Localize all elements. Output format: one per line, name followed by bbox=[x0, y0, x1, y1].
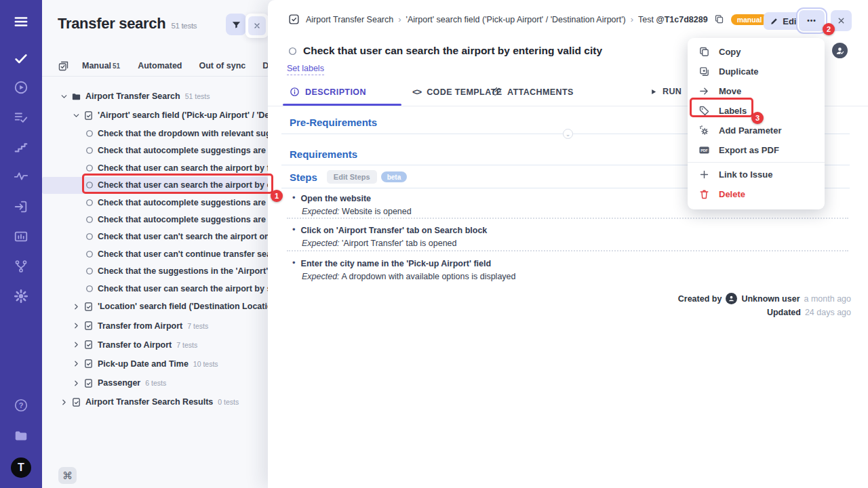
pdf-icon: PDF bbox=[698, 144, 710, 156]
copy-id-icon[interactable] bbox=[714, 14, 724, 24]
tree-item-label: Transfer to Airport bbox=[98, 340, 172, 350]
chevron-down-icon bbox=[60, 92, 68, 101]
copy-icon bbox=[698, 46, 710, 58]
tree-close-card bbox=[245, 14, 268, 38]
sidebar-item-steps[interactable] bbox=[0, 135, 42, 159]
sidebar-item-reports[interactable] bbox=[0, 224, 42, 249]
duplicate-icon bbox=[698, 66, 710, 77]
tree-test-item[interactable]: Check that the dropdown with relevant su… bbox=[42, 125, 268, 142]
tab-description[interactable]: DESCRIPTION bbox=[290, 87, 366, 97]
tree-test-item[interactable]: Check that user can search the airport b… bbox=[42, 159, 268, 176]
tree-test-item[interactable]: Check that autocomplete suggestings are … bbox=[42, 142, 268, 159]
tree-item-label: Check that the suggestions in the 'Airpo… bbox=[98, 266, 268, 276]
menu-item-copy[interactable]: Copy bbox=[688, 42, 825, 62]
edit-steps-button[interactable]: Edit Steps bbox=[327, 170, 377, 184]
doc-icon bbox=[83, 321, 94, 331]
menu-item-duplicate[interactable]: Duplicate bbox=[688, 62, 825, 81]
beta-badge: beta bbox=[381, 171, 408, 182]
tree-suite-item[interactable]: Transfer to Airport7 tests bbox=[42, 336, 268, 354]
tree-item-label: Check that user can search the airport b… bbox=[98, 284, 268, 293]
menu-item-label: Copy bbox=[719, 47, 741, 57]
tree-item-label: Passenger bbox=[98, 378, 140, 388]
tree-test-item[interactable]: Check that autocomplete suggestions are … bbox=[42, 211, 268, 228]
sidebar-item-settings[interactable] bbox=[0, 284, 42, 308]
project-test-count: 51 tests bbox=[171, 22, 197, 30]
plus-icon bbox=[698, 169, 710, 180]
tree-item-label: 'Location' search field ('Destination Lo… bbox=[98, 302, 268, 311]
pencil-icon bbox=[770, 17, 778, 26]
sidebar-item-play[interactable] bbox=[0, 75, 42, 100]
tree-tab-deleted[interactable]: Deleted bbox=[262, 61, 268, 70]
menu-item-delete[interactable]: Delete bbox=[688, 184, 825, 204]
ellipsis-icon: ••• bbox=[807, 17, 816, 24]
tab-run[interactable]: RUN bbox=[650, 87, 682, 96]
tree-suite-item[interactable]: Passenger6 tests bbox=[42, 373, 268, 392]
tree-item-label: Airport Transfer Search bbox=[85, 92, 180, 101]
tree-tab-automated[interactable]: Automated bbox=[138, 61, 182, 70]
tree-item-count: 10 tests bbox=[193, 360, 218, 368]
sidebar-item-projects[interactable] bbox=[0, 424, 42, 448]
sidebar-item-sign-in[interactable] bbox=[0, 195, 42, 219]
tree-test-item[interactable]: Check that user can search the airport b… bbox=[42, 280, 268, 297]
menu-item-add-parameter[interactable]: Add Parameter bbox=[688, 121, 825, 140]
tree-tab-out-of-sync[interactable]: Out of sync bbox=[199, 61, 245, 70]
command-shortcut-button[interactable]: ⌘ bbox=[58, 467, 77, 484]
milestones-icon bbox=[14, 259, 28, 274]
menu-item-link-to-issue[interactable]: Link to Issue bbox=[688, 165, 825, 184]
menu-item-label: Add Parameter bbox=[719, 125, 781, 136]
breadcrumb-separator: › bbox=[398, 14, 401, 24]
tree-suite-item[interactable]: 'Airport' search field ('Pick-up Airport… bbox=[42, 106, 268, 125]
collapse-toggle[interactable]: ⌄ bbox=[563, 129, 573, 139]
tree-test-item[interactable]: Check that user can't continue transfer … bbox=[42, 245, 268, 262]
logo-icon: T bbox=[11, 458, 31, 478]
menu-item-move[interactable]: Move bbox=[688, 81, 825, 101]
sidebar-item-activity[interactable] bbox=[0, 164, 42, 188]
assignee-avatar[interactable] bbox=[832, 43, 848, 58]
tree-item-label: Transfer from Airport bbox=[98, 321, 182, 331]
breadcrumb-suite[interactable]: Airport Transfer Search bbox=[306, 15, 393, 24]
doc-icon bbox=[83, 359, 94, 369]
sidebar-item-check[interactable] bbox=[0, 46, 42, 70]
created-ago: a month ago bbox=[804, 294, 852, 304]
sidebar-item-milestones[interactable] bbox=[0, 254, 42, 279]
activity-icon bbox=[14, 169, 28, 184]
sidebar-item-help[interactable]: ? bbox=[0, 393, 42, 418]
breadcrumb-separator: › bbox=[631, 14, 633, 24]
doc-icon bbox=[83, 302, 94, 312]
set-labels-link[interactable]: Set labels bbox=[287, 64, 324, 75]
breadcrumb-subsuite[interactable]: 'Airport' search field ('Pick-up Airport… bbox=[406, 15, 626, 24]
select-all-icon[interactable] bbox=[58, 60, 69, 72]
test-case-tree: Airport Transfer Search51 tests'Airport'… bbox=[42, 87, 268, 411]
tab-attachments[interactable]: ATTACHMENTS bbox=[492, 87, 574, 97]
app-logo[interactable]: T bbox=[0, 455, 42, 480]
tree-test-item[interactable]: Check that the suggestions in the 'Airpo… bbox=[42, 263, 268, 280]
tab-code-template[interactable]: <>CODE TEMPLATE bbox=[412, 87, 502, 97]
detail-close-button[interactable] bbox=[831, 10, 852, 31]
menu-item-labels[interactable]: Labels bbox=[688, 101, 825, 121]
tree-test-item[interactable]: Check that user can search the airport b… bbox=[42, 177, 268, 194]
chevron-right-icon bbox=[72, 302, 81, 311]
step-item: • Click on 'Airport Transfer' tab on Sea… bbox=[292, 226, 835, 248]
tree-suite-item[interactable]: Airport Transfer Search51 tests bbox=[42, 87, 268, 106]
test-circle-icon bbox=[85, 181, 94, 189]
menu-item-export-as-pdf[interactable]: PDFExport as PDF bbox=[688, 140, 825, 160]
filter-button[interactable] bbox=[226, 14, 246, 35]
tabs-divider bbox=[42, 76, 268, 77]
more-actions-button[interactable]: ••• bbox=[799, 10, 825, 31]
tree-test-item[interactable]: Check that autocomplete suggestions are … bbox=[42, 194, 268, 211]
user-avatar-icon bbox=[726, 293, 737, 304]
test-circle-icon bbox=[85, 164, 94, 172]
step-bullet-icon: • bbox=[292, 192, 296, 203]
tree-test-item[interactable]: Check that user can't search the airport… bbox=[42, 228, 268, 245]
sidebar-item-test-runs[interactable] bbox=[0, 105, 42, 129]
tree-suite-item[interactable]: Transfer from Airport7 tests bbox=[42, 316, 268, 335]
tree-suite-item[interactable]: Airport Transfer Search Results0 tests bbox=[42, 392, 268, 411]
test-case-icon bbox=[288, 14, 300, 25]
app-sidebar: ? T bbox=[0, 0, 42, 488]
sidebar-item-menu[interactable] bbox=[0, 9, 42, 34]
tree-close-button[interactable] bbox=[248, 16, 266, 35]
tree-suite-item[interactable]: Pick-up Date and Time10 tests bbox=[42, 354, 268, 373]
tree-suite-item[interactable]: 'Location' search field ('Destination Lo… bbox=[42, 297, 268, 316]
chevron-right-icon bbox=[72, 321, 81, 330]
tree-tab-manual[interactable]: Manual51 bbox=[82, 61, 120, 70]
